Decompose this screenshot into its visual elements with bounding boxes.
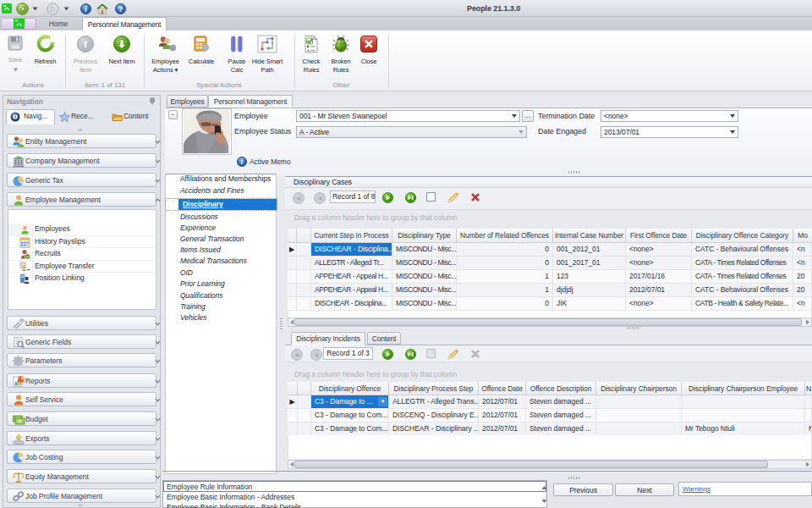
svg-text:◄: ◄ <box>316 195 323 202</box>
svg-text:?: ? <box>118 5 123 14</box>
svg-text:◄: ◄ <box>313 351 320 359</box>
svg-text:◄: ◄ <box>295 195 302 202</box>
svg-text:◄: ◄ <box>294 351 300 359</box>
